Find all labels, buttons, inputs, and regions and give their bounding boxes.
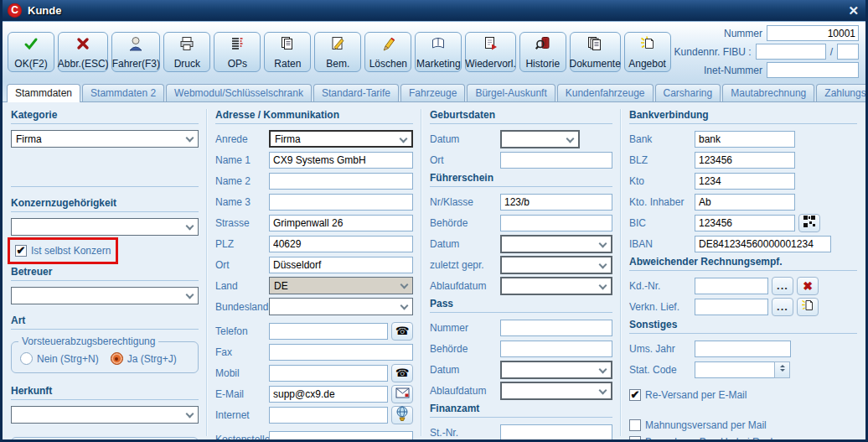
pass-datum-select[interactable] [500, 361, 612, 379]
nummer-row: Nummer [674, 25, 859, 41]
geb-ort-input[interactable] [500, 152, 612, 169]
pass-behoerde-input[interactable] [500, 341, 612, 357]
strasse-input[interactable] [269, 215, 413, 231]
bem-button[interactable]: Bem. [314, 32, 361, 72]
raten-button[interactable]: Raten [264, 32, 311, 72]
tab-stammdaten-2[interactable]: Stammdaten 2 [82, 84, 164, 101]
name2-input[interactable] [269, 173, 413, 190]
fs-zuletzt-gepr-select[interactable] [500, 256, 612, 274]
abort-button[interactable]: Abbr.(ESC) [58, 32, 108, 72]
anrede-select[interactable]: Firma [269, 130, 413, 148]
fibu-input[interactable] [756, 44, 826, 60]
delete-button[interactable]: Löschen [364, 32, 411, 72]
kd-nr-clear-button[interactable]: ✖ [797, 277, 819, 295]
stat-code-label: Stat. Code [629, 364, 695, 376]
tab-fahrzeuge[interactable]: Fahrzeuge [400, 84, 465, 101]
historie-button[interactable]: Historie [519, 32, 566, 72]
konzern-header: Konzernzugehörigkeit [11, 197, 199, 212]
email-label: E-Mail [215, 388, 269, 400]
tab-standard-tarife[interactable]: Standard-Tarife [313, 84, 399, 101]
nummer-input[interactable] [767, 25, 859, 41]
chevron-down-icon [400, 302, 409, 310]
vorsteuer-ja-option[interactable]: Ja (Strg+J) [111, 352, 177, 365]
bic-lookup-button[interactable] [798, 214, 820, 232]
inet-input[interactable] [767, 62, 859, 78]
bank-input[interactable] [695, 131, 795, 148]
kd-nr-browse-button[interactable]: ... [772, 277, 793, 295]
mobil-input[interactable] [269, 365, 388, 382]
telefon-input[interactable] [269, 323, 388, 340]
email-input[interactable] [269, 386, 388, 403]
fs-nr-klasse-input[interactable] [500, 194, 612, 211]
marketing-button[interactable]: Marketing [415, 32, 462, 72]
herkunft-select[interactable] [11, 406, 199, 424]
close-icon[interactable]: ✕ [848, 5, 859, 17]
tab-mautabrechnung[interactable]: Mautabrechnung [722, 84, 814, 101]
fax-input[interactable] [269, 344, 413, 361]
pass-nummer-input[interactable] [500, 320, 612, 336]
verkn-lief-browse-button[interactable]: ... [772, 298, 793, 316]
tab-buergel-auskunft[interactable]: Bürgel-Auskunft [467, 84, 555, 101]
tab-kundenfahrzeuge[interactable]: Kundenfahrzeuge [557, 84, 654, 101]
fahrer-button[interactable]: Fahrer(F3) [111, 32, 160, 72]
kto-inhaber-input[interactable] [695, 194, 795, 211]
stat-code-spinner[interactable] [774, 361, 790, 378]
fs-behoerde-input[interactable] [500, 215, 612, 231]
blz-input[interactable] [695, 152, 795, 169]
chevron-down-icon [599, 281, 607, 289]
kto-input[interactable] [695, 173, 795, 190]
tab-carsharing[interactable]: Carsharing [655, 84, 721, 101]
print-button[interactable]: Druck [163, 32, 210, 72]
history-book-magnifier-icon [535, 35, 551, 52]
bank-label: Bank [629, 133, 695, 145]
st-nr-input[interactable] [500, 424, 612, 440]
bundesland-select[interactable] [269, 298, 413, 315]
note-pencil-icon [329, 35, 346, 52]
radio-ja[interactable] [111, 352, 123, 365]
bank-column: Bankverbindung Bank BLZ Kto Kto. Inhaber… [623, 106, 864, 439]
name3-input[interactable] [269, 194, 413, 211]
verkn-lief-new-button[interactable] [797, 298, 819, 316]
fibu-suffix-input[interactable] [837, 44, 859, 60]
internet-input[interactable] [269, 407, 388, 424]
dokumente-button[interactable]: Dokumente [570, 32, 621, 72]
mahnungsversand-checkbox[interactable] [629, 419, 641, 431]
mobil-dial-button[interactable]: ☎ [391, 364, 413, 382]
betreuer-select[interactable] [11, 287, 199, 304]
fs-datum-select[interactable] [500, 235, 612, 253]
iban-input[interactable] [695, 236, 831, 252]
bemerkung-popup-checkbox[interactable] [629, 436, 641, 439]
tab-zahlungsmittel[interactable]: Zahlungsmittel [816, 84, 868, 101]
email-send-button[interactable] [391, 385, 413, 403]
telefon-dial-button[interactable]: ☎ [391, 322, 413, 341]
fs-ablaufdatum-select[interactable] [500, 277, 612, 295]
geb-datum-select[interactable] [500, 130, 580, 148]
ist-selbst-konzern-checkbox[interactable] [15, 245, 27, 257]
re-versand-checkbox[interactable] [629, 389, 641, 401]
kd-nr-input[interactable] [695, 278, 768, 294]
kategorie-select[interactable]: Firma [11, 130, 199, 148]
stat-code-input[interactable] [695, 361, 775, 378]
tab-stammdaten[interactable]: Stammdaten [7, 84, 80, 102]
internet-browse-button[interactable] [391, 406, 413, 424]
tab-webmodul[interactable]: Webmodul/Schlüsselschrank [166, 84, 312, 101]
radio-nein[interactable] [20, 352, 33, 365]
pass-ablaufdatum-select[interactable] [500, 382, 612, 400]
bic-input[interactable] [695, 215, 795, 231]
ok-button[interactable]: OK(F2) [8, 32, 54, 72]
plz-input[interactable] [269, 236, 413, 252]
vorsteuer-nein-option[interactable]: Nein (Strg+N) [20, 352, 99, 365]
verkn-lief-input[interactable] [695, 299, 768, 315]
vorsteuer-group: Vorsteuerabzugsberechtigung Nein (Strg+N… [11, 335, 199, 373]
land-select[interactable]: DE [269, 277, 413, 294]
ums-jahr-input[interactable] [695, 341, 791, 357]
ops-button[interactable]: OPs [214, 32, 261, 72]
konzern-select[interactable] [11, 218, 199, 236]
wiedervorlage-button[interactable]: Wiedervorl. [465, 32, 515, 72]
kto-inhaber-label: Kto. Inhaber [629, 196, 695, 208]
ort-input[interactable] [269, 257, 413, 273]
name1-input[interactable] [269, 152, 413, 169]
kostenstelle-input[interactable] [269, 431, 413, 440]
angebot-button[interactable]: Angebot [624, 32, 671, 72]
re-versand-label: Re-Versand per E-Mail [645, 389, 747, 401]
